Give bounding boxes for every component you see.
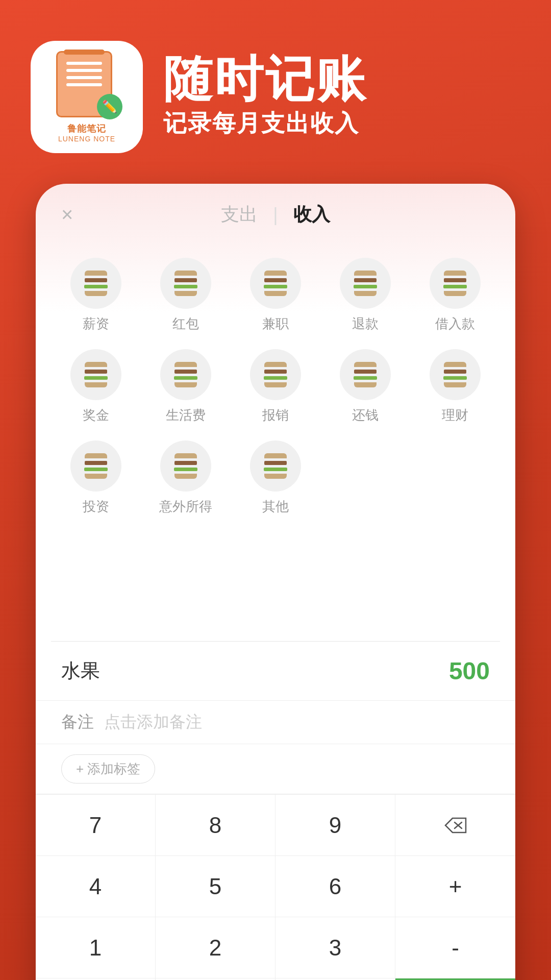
- category-windfall[interactable]: 意外所得: [141, 432, 231, 524]
- other-icon: [250, 440, 301, 492]
- category-living[interactable]: 生活费: [141, 341, 231, 432]
- empty-space: [36, 539, 515, 641]
- category-reimbursement[interactable]: 报销: [231, 341, 320, 432]
- app-title-sub: 记录每月支出收入: [163, 108, 367, 139]
- notepad-line: [66, 62, 102, 65]
- key-3[interactable]: 3: [276, 917, 395, 978]
- living-icon: [160, 349, 211, 400]
- add-tag-button[interactable]: + 添加标签: [61, 754, 155, 783]
- app-title-area: 随时记账 记录每月支出收入: [163, 55, 367, 139]
- category-salary[interactable]: 薪资: [51, 250, 141, 341]
- app-title-main: 随时记账: [163, 55, 367, 104]
- pencil-icon: ✏️: [97, 94, 122, 119]
- tab-income[interactable]: 收入: [293, 202, 330, 227]
- refund-label: 退款: [352, 315, 379, 333]
- category-refund[interactable]: 退款: [320, 250, 410, 341]
- repay-label: 还钱: [352, 406, 379, 424]
- category-red-packet[interactable]: 红包: [141, 250, 231, 341]
- windfall-label: 意外所得: [159, 498, 212, 516]
- invest-label: 投资: [83, 498, 109, 516]
- red-packet-icon: [160, 258, 211, 309]
- repay-icon: [340, 349, 391, 400]
- windfall-icon: [160, 440, 211, 492]
- app-name-label: 鲁能笔记: [67, 122, 106, 135]
- close-button[interactable]: ×: [61, 203, 73, 226]
- backspace-button[interactable]: [395, 795, 515, 856]
- tag-row: + 添加标签: [36, 744, 515, 794]
- red-packet-label: 红包: [172, 315, 199, 333]
- amount-value: 500: [449, 657, 490, 685]
- plus-button[interactable]: +: [395, 856, 515, 917]
- category-bonus[interactable]: 奖金: [51, 341, 141, 432]
- tab-divider: |: [273, 204, 278, 226]
- category-other[interactable]: 其他: [231, 432, 320, 524]
- reimbursement-label: 报销: [262, 406, 289, 424]
- key-7[interactable]: 7: [36, 795, 156, 856]
- refund-icon: [340, 258, 391, 309]
- bonus-icon: [70, 349, 121, 400]
- app-icon: ✏️ 鲁能笔记 LUNENG NOTE: [31, 41, 143, 153]
- part-time-label: 兼职: [262, 315, 289, 333]
- key-1[interactable]: 1: [36, 917, 156, 978]
- borrow-icon: [430, 258, 481, 309]
- category-finance[interactable]: 理财: [410, 341, 500, 432]
- header: ✏️ 鲁能笔记 LUNENG NOTE 随时记账 记录每月支出收入: [31, 41, 520, 153]
- key-4[interactable]: 4: [36, 856, 156, 917]
- note-row[interactable]: 备注 点击添加备注: [36, 700, 515, 744]
- salary-label: 薪资: [83, 315, 109, 333]
- category-invest[interactable]: 投资: [51, 432, 141, 524]
- key-9[interactable]: 9: [276, 795, 395, 856]
- app-subtitle-label: LUNENG NOTE: [58, 135, 115, 143]
- note-placeholder: 点击添加备注: [104, 711, 202, 733]
- notepad-line: [66, 83, 102, 86]
- numpad: 7 8 9 4 5 6 + 1 2 3 - . 0 清空 完成: [36, 794, 515, 980]
- minus-button[interactable]: -: [395, 917, 515, 978]
- notepad-line: [66, 76, 102, 79]
- finance-icon: [430, 349, 481, 400]
- finance-label: 理财: [442, 406, 468, 424]
- notepad-line: [66, 69, 102, 72]
- category-borrow[interactable]: 借入款: [410, 250, 500, 341]
- borrow-label: 借入款: [435, 315, 475, 333]
- key-8[interactable]: 8: [156, 795, 276, 856]
- key-5[interactable]: 5: [156, 856, 276, 917]
- tab-expense[interactable]: 支出: [221, 202, 258, 227]
- living-label: 生活费: [166, 406, 206, 424]
- category-grid: 薪资 红包 兼职 退款 借入款: [36, 239, 515, 539]
- part-time-icon: [250, 258, 301, 309]
- amount-label: 水果: [61, 658, 100, 684]
- category-part-time[interactable]: 兼职: [231, 250, 320, 341]
- tab-group: 支出 | 收入: [221, 202, 330, 227]
- reimbursement-icon: [250, 349, 301, 400]
- key-2[interactable]: 2: [156, 917, 276, 978]
- category-repay[interactable]: 还钱: [320, 341, 410, 432]
- invest-icon: [70, 440, 121, 492]
- income-expense-modal: × 支出 | 收入 薪资 红包 兼职: [36, 184, 515, 980]
- bonus-label: 奖金: [83, 406, 109, 424]
- key-6[interactable]: 6: [276, 856, 395, 917]
- note-prefix: 备注: [61, 711, 94, 733]
- other-label: 其他: [262, 498, 289, 516]
- modal-top-bar: × 支出 | 收入: [36, 184, 515, 239]
- amount-row: 水果 500: [36, 642, 515, 700]
- app-icon-graphic: ✏️: [51, 51, 122, 119]
- salary-icon: [70, 258, 121, 309]
